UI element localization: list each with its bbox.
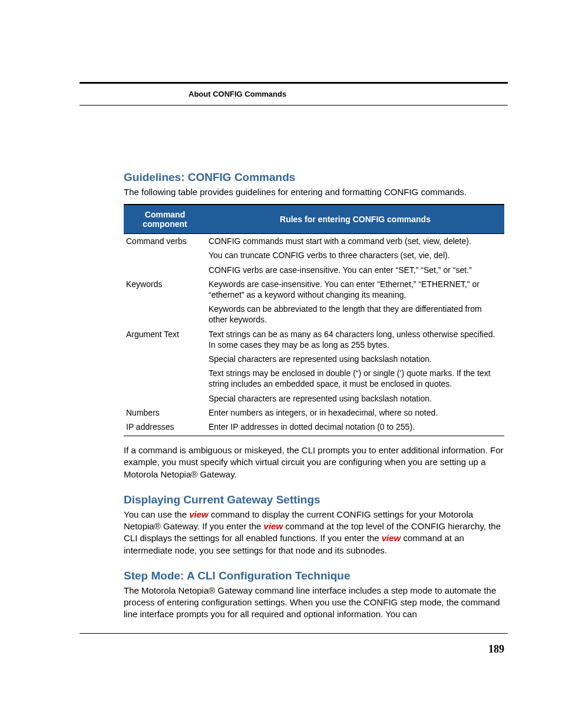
rule-bottom-light — [80, 633, 508, 634]
running-header: About CONFIG Commands — [189, 90, 286, 98]
view-command: view — [189, 509, 209, 519]
cell-label — [124, 302, 206, 327]
cell-label: Command verbs — [124, 234, 206, 249]
table-header-rules: Rules for entering CONFIG commands — [206, 205, 504, 234]
cell-rule: CONFIG commands must start with a comman… — [206, 234, 504, 249]
document-page: About CONFIG Commands Guidelines: CONFIG… — [0, 0, 562, 728]
cell-label: IP addresses — [124, 420, 206, 436]
rule-top-heavy — [80, 82, 508, 84]
cell-label: Keywords — [124, 277, 206, 302]
view-command: view — [264, 521, 283, 531]
table-row: Command verbsCONFIG commands must start … — [124, 234, 504, 249]
cell-rule: Text strings can be as many as 64 charac… — [206, 327, 504, 352]
page-number: 189 — [488, 643, 504, 655]
section-title-displaying: Displaying Current Gateway Settings — [124, 493, 504, 506]
cell-rule: Enter numbers as integers, or in hexadec… — [206, 406, 504, 420]
cell-label — [124, 248, 206, 262]
rule-top-light — [80, 105, 508, 106]
cell-label: Argument Text — [124, 327, 206, 352]
main-content: Guidelines: CONFIG Commands The followin… — [124, 171, 504, 627]
table-row: Keywords can be abbreviated to the lengt… — [124, 302, 504, 327]
table-row: CONFIG verbs are case-insensitive. You c… — [124, 263, 504, 277]
table-row: IP addressesEnter IP addresses in dotted… — [124, 420, 504, 436]
cell-label — [124, 352, 206, 366]
section-intro-guidelines: The following table provides guidelines … — [124, 186, 504, 198]
text-fragment: You can use the — [124, 509, 189, 519]
section-body-displaying: You can use the view command to display … — [124, 509, 504, 556]
table-row: Special characters are represented using… — [124, 352, 504, 366]
table-row: Argument TextText strings can be as many… — [124, 327, 504, 352]
table-row: Special characters are represented using… — [124, 391, 504, 406]
section-title-stepmode: Step Mode: A CLI Configuration Technique — [124, 569, 504, 582]
cell-rule: Special characters are represented using… — [206, 391, 504, 406]
table-row: NumbersEnter numbers as integers, or in … — [124, 406, 504, 420]
cell-rule: Keywords are case-insensitive. You can e… — [206, 277, 504, 302]
cell-label — [124, 263, 206, 277]
table-row: KeywordsKeywords are case-insensitive. Y… — [124, 277, 504, 302]
table-row: You can truncate CONFIG verbs to three c… — [124, 248, 504, 262]
cell-rule: Enter IP addresses in dotted decimal not… — [206, 420, 504, 436]
cell-rule: Text strings may be enclosed in double (… — [206, 366, 504, 391]
cell-rule: You can truncate CONFIG verbs to three c… — [206, 248, 504, 262]
section-body-stepmode: The Motorola Netopia® Gateway command li… — [124, 585, 504, 621]
cell-rule: Special characters are represented using… — [206, 352, 504, 366]
cell-rule: Keywords can be abbreviated to the lengt… — [206, 302, 504, 327]
view-command: view — [382, 533, 401, 543]
cell-rule: CONFIG verbs are case-insensitive. You c… — [206, 263, 504, 277]
table-row: Text strings may be enclosed in double (… — [124, 366, 504, 391]
cell-label: Numbers — [124, 406, 206, 420]
post-table-paragraph: If a command is ambiguous or miskeyed, t… — [124, 444, 504, 480]
cell-label — [124, 391, 206, 406]
section-title-guidelines: Guidelines: CONFIG Commands — [124, 171, 504, 184]
table-header-command-component: Command component — [124, 205, 206, 234]
config-rules-table: Command component Rules for entering CON… — [124, 204, 504, 436]
cell-label — [124, 366, 206, 391]
